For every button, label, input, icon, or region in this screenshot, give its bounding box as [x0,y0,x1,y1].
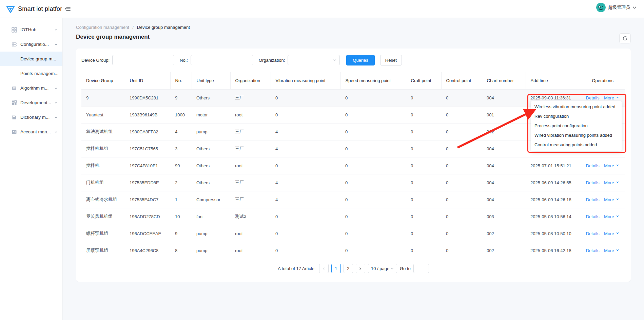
sidebar-item-dictionary[interactable]: Dictionary m... [0,110,62,125]
refresh-icon [622,36,628,41]
cell-device-group: 门机机组 [81,174,125,191]
sidebar-item-algorithm[interactable]: Algorithm m... [0,81,62,95]
col-organization: Organization [230,72,271,89]
cell-add-time: 2025-06-09 14:26:55 [526,174,578,191]
menu-fold-icon[interactable] [63,4,72,13]
goto-label: Go to [400,266,411,271]
cell-control-point: 0 [441,174,482,191]
chevron-down-icon [616,164,619,167]
chevron-down-icon [616,248,619,252]
more-link[interactable]: More [604,180,614,185]
sidebar-item-iothub[interactable]: IOTHub [0,22,62,37]
col-add-time: Add time [526,72,578,89]
more-link[interactable]: More [604,214,614,219]
col-speed: Speed measuring point [340,72,406,89]
cell-operations: Details More [578,208,625,225]
cell-speed-point: 0 [340,157,406,174]
more-link[interactable]: More [604,248,614,253]
sidebar-item-development[interactable]: Development... [0,95,62,110]
no-input[interactable] [191,55,253,65]
breadcrumb: Configuration management / Device group … [76,25,631,30]
account-icon [12,129,17,135]
next-page-button[interactable] [356,264,365,273]
details-link[interactable]: Details [586,214,600,219]
cell-vibration-point: 0 [271,89,340,106]
cell-craft-point: 0 [406,174,441,191]
chevron-right-icon [358,267,362,270]
table-row: 门机机组 197535EDD8E 2 Others 三厂 4 0 0 0 004… [81,174,625,191]
cell-add-time: 2025-06-09 14:26:18 [526,191,578,208]
app-title: Smart iot platfor [18,5,62,13]
dropdown-item[interactable]: Control measuring points added [531,140,622,150]
sidebar-item-label: IOTHub [20,27,54,32]
cell-no: 8 [170,242,192,259]
cell-craft-point: 0 [406,89,441,106]
goto-page-input[interactable] [413,264,429,273]
sidebar: IOTHub Configuratio... Device group m...… [0,18,63,320]
cell-no: 2 [170,174,192,191]
sidebar-item-account[interactable]: Account man... [0,125,62,139]
chevron-down-icon [390,267,394,270]
sidebar-item-points-management[interactable]: Points managem... [0,66,62,81]
page-button-1[interactable]: 1 [331,264,341,273]
breadcrumb-parent[interactable]: Configuration management [76,25,129,30]
device-group-label: Device Group: [81,58,110,63]
dropdown-item[interactable]: Rev configuration [531,112,622,121]
details-link[interactable]: Details [586,231,600,236]
cell-unit-id: 1990DA5C281 [125,89,170,106]
reset-button[interactable]: Reset [380,55,402,65]
cell-organization: 三厂 [230,191,271,208]
details-link[interactable]: Details [586,180,600,185]
cell-operations: Details More [578,191,625,208]
cell-craft-point: 0 [406,191,441,208]
sidebar-item-configuration[interactable]: Configuratio... [0,37,62,52]
more-link[interactable]: More [604,231,614,236]
cell-vibration-point: 4 [271,191,340,208]
cell-organization: 三厂 [230,174,271,191]
device-group-input[interactable] [112,55,174,65]
cell-speed-point: 0 [340,174,406,191]
details-link[interactable]: Details [586,248,600,253]
cell-control-point: 0 [441,89,482,106]
cell-vibration-point: 0 [271,106,340,123]
more-link[interactable]: More [604,95,614,100]
cell-device-group: Yuantest [81,106,125,123]
dropdown-item[interactable]: Wired vibration measuring points added [531,131,622,140]
cell-vibration-point: 4 [271,174,340,191]
cell-unit-type: Others [192,157,230,174]
sidebar-item-label: Account man... [20,129,54,134]
prev-page-button[interactable] [319,264,329,273]
cell-chart-number: 003 [482,208,526,225]
algorithm-icon [12,86,17,91]
cell-operations: Details More [578,225,625,242]
cell-add-time: 2025-05-06 16:42:18 [526,242,578,259]
details-link[interactable]: Details [586,163,600,168]
more-link[interactable]: More [604,163,614,168]
details-link[interactable]: Details [586,197,600,202]
cell-organization: root [230,157,271,174]
user-menu[interactable]: 超级管理员 [596,0,637,15]
col-operations: Operations [578,72,625,89]
dropdown-item[interactable]: Wireless vibration measuring point added [531,102,622,112]
breadcrumb-separator: / [132,25,134,30]
page-size-select[interactable]: 10 / page [368,264,397,273]
more-link[interactable]: More [604,197,614,202]
organization-select[interactable] [288,55,340,65]
no-label: No.: [180,58,188,63]
cell-control-point: 0 [441,106,482,123]
details-link[interactable]: Details [586,95,600,100]
refresh-button[interactable] [619,33,631,43]
page-size-value: 10 / page [371,266,389,271]
col-vibration: Vibration measuring point [271,72,340,89]
chevron-down-icon [54,101,58,105]
dropdown-item[interactable]: Process point configuration [531,121,622,131]
cell-device-group: 搅拌机机组 [81,140,125,157]
cell-control-point: 0 [441,157,482,174]
queries-button[interactable]: Queries [346,55,375,65]
brand: Smart iot platfor [0,0,62,18]
cell-unit-id: 196ADCCEEAE [125,225,170,242]
sidebar-item-device-group-management[interactable]: Device group m... [0,52,62,66]
cell-unit-type: motor [192,106,230,123]
cell-control-point: 0 [441,123,482,140]
page-button-2[interactable]: 2 [344,264,353,273]
